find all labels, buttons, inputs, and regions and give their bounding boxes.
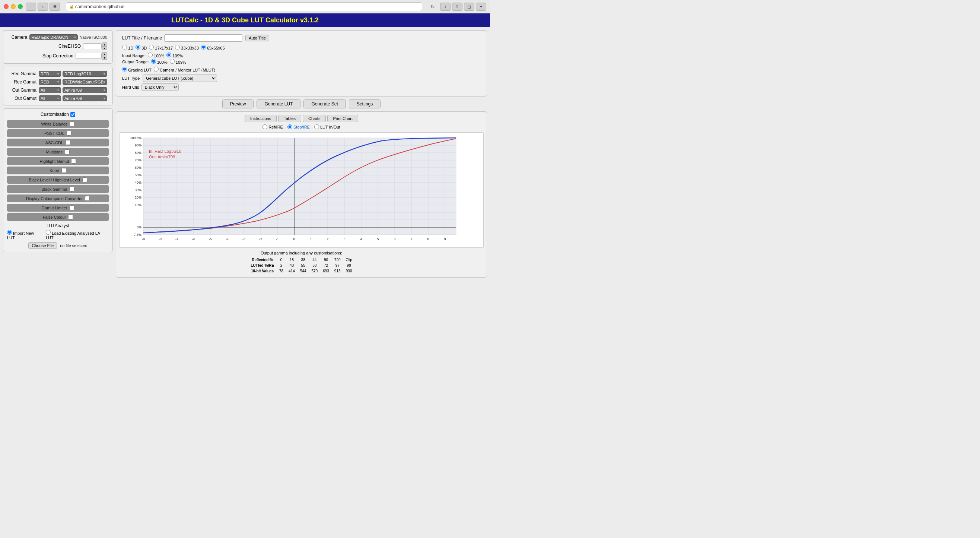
- lut-type-select[interactable]: General cube LUT (.cube): [143, 75, 217, 82]
- back-button[interactable]: ‹: [26, 3, 36, 11]
- dim-33-radio[interactable]: [175, 45, 180, 49]
- output-109-radio[interactable]: [170, 59, 175, 64]
- view-ref-ire-label[interactable]: Ref/IRE: [262, 125, 283, 129]
- grading-lut-radio[interactable]: [122, 67, 127, 72]
- white-balance-checkbox[interactable]: [70, 121, 75, 126]
- dim-33-label[interactable]: 33x33x33: [175, 45, 199, 50]
- view-stop-ire-radio[interactable]: [288, 125, 292, 129]
- black-level-checkbox[interactable]: [82, 177, 87, 182]
- stop-input[interactable]: 0.0000: [76, 53, 102, 59]
- false-colour-checkbox[interactable]: [68, 215, 73, 219]
- svg-text:20%: 20%: [135, 196, 142, 200]
- rec-gamut-cat-select[interactable]: RED: [39, 79, 61, 85]
- import-new-lut-label[interactable]: Import New LUT: [7, 230, 43, 240]
- out-gamma-cat-select[interactable]: All: [39, 87, 61, 93]
- dim-1d-radio[interactable]: [122, 45, 127, 49]
- output-109-label[interactable]: 109%: [170, 59, 186, 64]
- out-gamut-cat-select[interactable]: All: [39, 96, 61, 101]
- highlight-gamut-checkbox[interactable]: [71, 159, 76, 164]
- grading-lut-label[interactable]: Grading LUT: [122, 67, 151, 72]
- gamut-limiter-checkbox[interactable]: [70, 205, 75, 210]
- dim-65-label[interactable]: 65x65x65: [201, 45, 225, 50]
- knee-checkbox[interactable]: [61, 168, 66, 173]
- camera-monitor-lut-label[interactable]: Camera / Monitor LUT (MLUT): [154, 67, 215, 72]
- auto-title-button[interactable]: Auto Title: [245, 35, 269, 42]
- view-stop-ire-label[interactable]: Stop/IRE: [288, 125, 310, 129]
- input-100-label[interactable]: 100%: [148, 53, 164, 58]
- maximize-button[interactable]: [18, 4, 23, 9]
- generate-lut-button[interactable]: Generate LUT: [256, 99, 301, 109]
- settings-button[interactable]: Settings: [349, 99, 380, 109]
- display-colourspace-checkbox[interactable]: [85, 196, 90, 201]
- customisation-checkbox[interactable]: [70, 112, 75, 117]
- input-109-label[interactable]: 109%: [166, 53, 183, 58]
- asc-cdl-checkbox[interactable]: [65, 140, 70, 145]
- custom-item-label: False Colour: [43, 215, 66, 219]
- main-content: Camera RED Epic DRAGON Native ISO:800 Ci…: [0, 27, 490, 281]
- lut-title-input[interactable]: REDLogFilm_DRAGONC: [164, 34, 242, 42]
- lut-type-label: LUT Type: [122, 76, 140, 80]
- sidebar-toggle-button[interactable]: ◻: [464, 3, 474, 11]
- reload-button[interactable]: ↻: [428, 3, 437, 11]
- preview-button[interactable]: Preview: [222, 99, 254, 109]
- tab-instructions[interactable]: Instructions: [245, 115, 277, 122]
- chart-panel: Instructions Tables Charts Print Chart R…: [116, 112, 487, 278]
- tab-tables[interactable]: Tables: [278, 115, 301, 122]
- generate-set-button[interactable]: Generate Set: [304, 99, 345, 109]
- more-button[interactable]: +: [476, 3, 486, 11]
- rec-gamma-cat-select[interactable]: RED: [39, 71, 61, 77]
- svg-text:-4: -4: [226, 237, 229, 241]
- dim-65-radio[interactable]: [201, 45, 206, 49]
- close-button[interactable]: [4, 4, 9, 9]
- view-ref-ire-radio[interactable]: [262, 125, 267, 129]
- out-gamut-val-select[interactable]: Amira709: [62, 96, 107, 101]
- dim-1d-label[interactable]: 1D: [122, 45, 133, 50]
- choose-file-button[interactable]: Choose File: [28, 242, 57, 249]
- stop-up[interactable]: ▲: [102, 52, 107, 56]
- camera-select[interactable]: RED Epic DRAGON: [29, 34, 78, 40]
- cineei-down[interactable]: ▼: [102, 46, 107, 50]
- out-gamma-val-select[interactable]: Amira709: [62, 87, 107, 93]
- dim-17-label[interactable]: 17x17x17: [149, 45, 173, 50]
- camera-select-wrapper: RED Epic DRAGON: [29, 34, 78, 40]
- camera-monitor-lut-radio[interactable]: [154, 67, 159, 72]
- cineei-up[interactable]: ▲: [102, 43, 107, 46]
- rec-gamut-val-select[interactable]: REDWideGamutRGB: [62, 79, 107, 85]
- view-lut-inout-label[interactable]: LUT In/Out: [314, 125, 340, 129]
- lutted-38: 55: [298, 263, 309, 268]
- view-lut-inout-radio[interactable]: [314, 125, 319, 129]
- rec-gamma-val-select[interactable]: RED Log3G10: [62, 71, 107, 77]
- input-100-radio[interactable]: [148, 53, 153, 57]
- import-new-lut-radio[interactable]: [7, 230, 12, 235]
- svg-text:70%: 70%: [135, 158, 142, 162]
- output-100-label[interactable]: 100%: [151, 59, 167, 64]
- svg-text:1: 1: [310, 237, 312, 241]
- svg-text:-8: -8: [159, 237, 162, 241]
- psst-cdl-checkbox[interactable]: [67, 131, 72, 136]
- dim-3d-radio[interactable]: [135, 45, 140, 49]
- multitone-checkbox[interactable]: [65, 149, 70, 154]
- dim-17-radio[interactable]: [149, 45, 154, 49]
- lutted-44: 58: [309, 263, 320, 268]
- stop-down[interactable]: ▼: [102, 56, 107, 60]
- black-gamma-checkbox[interactable]: [70, 187, 75, 192]
- dim-3d-label[interactable]: 3D: [135, 45, 147, 50]
- address-bar[interactable]: 🔒 cameramanben.github.io: [66, 2, 422, 11]
- forward-button[interactable]: ›: [38, 3, 48, 11]
- cineei-input[interactable]: 800: [83, 43, 102, 49]
- hardclip-select[interactable]: Black Only: [142, 83, 179, 91]
- input-109-radio[interactable]: [166, 53, 171, 57]
- svg-text:-1: -1: [276, 237, 279, 241]
- tab-charts[interactable]: Charts: [303, 115, 326, 122]
- load-existing-label[interactable]: Load Existing Analysed LA LUT: [46, 230, 109, 240]
- svg-text:-5: -5: [209, 237, 212, 241]
- input-range-label: Input Range:: [122, 53, 146, 58]
- output-100-radio[interactable]: [151, 59, 156, 64]
- minimize-button[interactable]: [11, 4, 16, 9]
- load-existing-radio[interactable]: [46, 230, 51, 235]
- window-layout-button[interactable]: ☷: [49, 3, 60, 11]
- tab-print-chart[interactable]: Print Chart: [327, 115, 358, 122]
- download-button[interactable]: ↓: [440, 3, 450, 11]
- share-button[interactable]: ⇧: [452, 3, 463, 11]
- camera-panel: Camera RED Epic DRAGON Native ISO:800 Ci…: [3, 30, 113, 64]
